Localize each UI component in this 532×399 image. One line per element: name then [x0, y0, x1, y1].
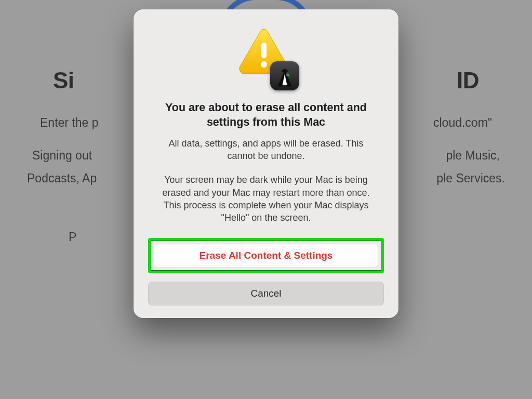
erase-confirmation-dialog: You are about to erase all content and s… [134, 9, 398, 318]
dialog-icon-stack [235, 27, 297, 89]
erase-all-button-label: Erase All Content & Settings [200, 250, 333, 261]
cancel-button-label: Cancel [250, 288, 281, 299]
dialog-body-primary: All data, settings, and apps will be era… [157, 137, 375, 163]
dialog-title: You are about to erase all content and s… [154, 101, 378, 130]
svg-rect-0 [261, 43, 267, 58]
erase-assistant-app-icon [270, 61, 299, 90]
cancel-button[interactable]: Cancel [148, 282, 384, 305]
erase-button-highlight: Erase All Content & Settings [148, 238, 384, 273]
svg-point-2 [283, 70, 286, 72]
erase-all-button[interactable]: Erase All Content & Settings [154, 244, 378, 268]
dialog-body-secondary: Your screen may be dark while your Mac i… [157, 174, 375, 224]
svg-point-1 [261, 61, 267, 68]
